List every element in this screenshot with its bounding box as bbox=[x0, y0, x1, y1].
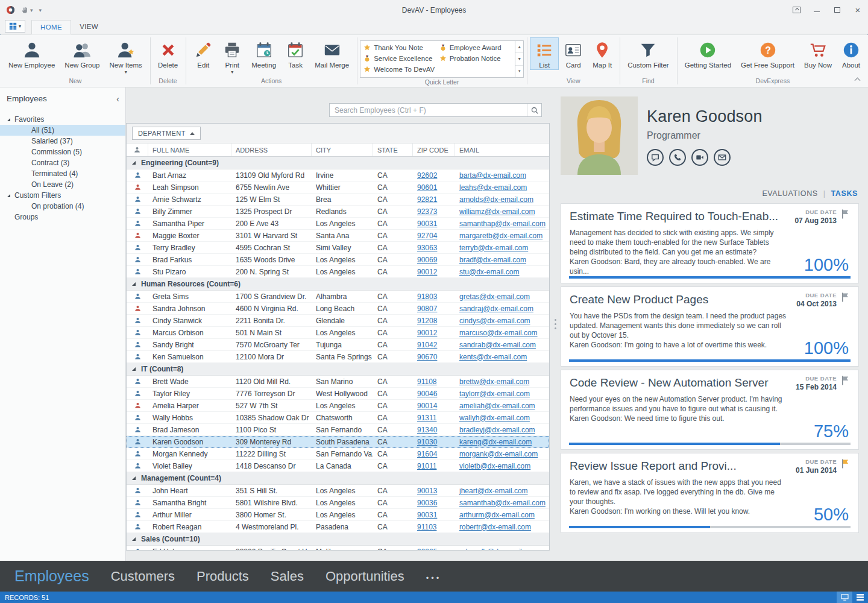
employee-row-samantha-bright[interactable]: Samantha Bright5801 Wilshire Blvd.Los An… bbox=[127, 497, 549, 509]
email-link[interactable]: brettw@dx-email.com bbox=[459, 377, 529, 386]
group-expander-icon[interactable] bbox=[132, 367, 136, 371]
group-expander-icon[interactable] bbox=[132, 161, 136, 165]
layout-toggle-icon[interactable] bbox=[852, 592, 868, 603]
sidebar-item-on-leave-2[interactable]: On Leave (2) bbox=[0, 179, 125, 190]
email-link[interactable]: margaretb@dx-email.com bbox=[459, 232, 542, 240]
email-link[interactable]: kents@dx-email.com bbox=[459, 353, 527, 361]
app-logo-icon[interactable] bbox=[6, 5, 15, 14]
email-link[interactable]: edwardh@dx-email.com bbox=[459, 548, 538, 551]
zip-code-link[interactable]: 91103 bbox=[417, 523, 436, 531]
gallery-scroll-down-icon[interactable]: ▼ bbox=[515, 53, 523, 65]
email-link[interactable]: bradf@dx-email.com bbox=[459, 256, 526, 264]
email-link[interactable]: gretas@dx-email.com bbox=[459, 292, 530, 301]
bottom-nav-employees[interactable]: Employees bbox=[14, 567, 89, 585]
grid-group-row-sales-count-10[interactable]: Sales (Count=10) bbox=[127, 533, 549, 546]
employee-row-sandra-johnson[interactable]: Sandra Johnson4600 N Virginia Rd.Long Be… bbox=[127, 303, 549, 315]
custom-filter-button[interactable]: Custom Filter bbox=[623, 37, 673, 70]
sidebar-collapse-icon[interactable]: ‹ bbox=[116, 94, 119, 103]
bottom-nav-products[interactable]: Products bbox=[197, 569, 249, 584]
close-button[interactable]: × bbox=[848, 0, 868, 20]
tree-expander-icon[interactable] bbox=[7, 118, 10, 121]
quick-letter-employee-award[interactable]: Employee Award bbox=[438, 42, 514, 53]
search-button[interactable] bbox=[527, 104, 541, 116]
column-header-email[interactable]: EMAIL bbox=[455, 144, 549, 156]
employee-row-terry-bradley[interactable]: Terry Bradley4595 Cochran StSimi ValleyC… bbox=[127, 242, 549, 254]
group-expander-icon[interactable] bbox=[132, 537, 136, 541]
new-employee-button[interactable]: New Employee bbox=[4, 37, 60, 70]
video-call-button[interactable] bbox=[691, 149, 708, 166]
maximize-button[interactable] bbox=[827, 0, 848, 20]
email-link[interactable]: terryb@dx-email.com bbox=[459, 244, 528, 252]
grid-group-row-it-count-8[interactable]: IT (Count=8) bbox=[127, 363, 549, 376]
employee-row-samantha-piper[interactable]: Samantha Piper200 E Ave 43Los AngelesCA9… bbox=[127, 218, 549, 230]
zip-code-link[interactable]: 92821 bbox=[417, 195, 437, 204]
tree-expander-icon[interactable] bbox=[7, 194, 10, 197]
zip-code-link[interactable]: 90031 bbox=[417, 219, 437, 228]
bottom-nav-overflow[interactable]: ••• bbox=[426, 570, 442, 582]
zip-code-link[interactable]: 90069 bbox=[417, 256, 437, 264]
sidebar-item-favorites[interactable]: Favorites bbox=[0, 114, 125, 125]
employee-row-cindy-stanwick[interactable]: Cindy Stanwick2211 Bonita Dr.GlendaleCA9… bbox=[127, 315, 549, 327]
gallery-scroll-up-icon[interactable]: ▲ bbox=[515, 41, 523, 53]
employee-row-ed-holmes[interactable]: Ed Holmes23200 Pacific Coast HwyMalibuCA… bbox=[127, 546, 549, 550]
zip-code-link[interactable]: 93063 bbox=[417, 244, 437, 252]
employee-row-karen-goodson[interactable]: Karen Goodson309 Monterey RdSouth Pasade… bbox=[127, 436, 549, 448]
flag-icon[interactable] bbox=[841, 209, 850, 219]
screen-size-toggle-icon[interactable] bbox=[837, 592, 852, 603]
quick-letter-welcome-to-devav[interactable]: Welcome To DevAV bbox=[362, 64, 438, 75]
buy-now-button[interactable]: Buy Now bbox=[799, 37, 837, 70]
icon-column-header[interactable] bbox=[127, 144, 148, 156]
group-expander-icon[interactable] bbox=[132, 476, 136, 480]
get-free-support-button[interactable]: ? Get Free Support bbox=[736, 37, 799, 70]
customize-quick-access-icon[interactable]: ▾ bbox=[39, 7, 42, 13]
delete-button[interactable]: Delete bbox=[153, 37, 183, 70]
gallery-dropdown-icon[interactable]: ▾ bbox=[515, 66, 523, 77]
call-button[interactable] bbox=[669, 149, 686, 166]
email-link[interactable]: wallyh@dx-email.com bbox=[459, 414, 530, 422]
email-link[interactable]: violetb@dx-email.com bbox=[459, 462, 530, 470]
bottom-nav-opportunities[interactable]: Opportunities bbox=[326, 569, 404, 584]
email-button[interactable] bbox=[714, 149, 731, 166]
zip-code-link[interactable]: 91803 bbox=[417, 292, 437, 301]
column-header-state[interactable]: STATE bbox=[373, 144, 413, 156]
minimize-button[interactable] bbox=[807, 0, 827, 20]
employee-row-wally-hobbs[interactable]: Wally Hobbs10385 Shadow Oak DrChatsworth… bbox=[127, 412, 549, 424]
zip-code-link[interactable]: 90807 bbox=[417, 305, 437, 313]
employee-row-brett-wade[interactable]: Brett Wade1120 Old Mill Rd.San MarinoCA9… bbox=[127, 376, 549, 388]
zip-code-link[interactable]: 90012 bbox=[417, 329, 437, 337]
tab-evaluations[interactable]: EVALUATIONS bbox=[762, 189, 817, 198]
zip-code-link[interactable]: 91042 bbox=[417, 341, 437, 349]
map-it-button[interactable]: Map It bbox=[588, 37, 617, 70]
email-link[interactable]: arnolds@dx-email.com bbox=[459, 195, 533, 204]
edit-button[interactable]: Edit bbox=[189, 37, 218, 70]
column-header-address[interactable]: ADDRESS bbox=[231, 144, 312, 156]
flag-icon[interactable] bbox=[841, 375, 850, 386]
email-link[interactable]: samanthap@dx-email.com bbox=[459, 219, 546, 228]
employee-row-bart-arnaz[interactable]: Bart Arnaz13109 Old Myford RdIrvineCA926… bbox=[127, 169, 549, 182]
sidebar-item-commission-5[interactable]: Commission (5) bbox=[0, 147, 125, 157]
employee-row-robert-reagan[interactable]: Robert Reagan4 Westmoreland Pl.PasadenaC… bbox=[127, 521, 549, 533]
zip-code-link[interactable]: 90013 bbox=[417, 487, 437, 495]
sidebar-item-terminated-4[interactable]: Terminated (4) bbox=[0, 168, 125, 179]
employee-row-maggie-boxter[interactable]: Maggie Boxter3101 W Harvard StSanta AnaC… bbox=[127, 230, 549, 242]
email-link[interactable]: ameliah@dx-email.com bbox=[459, 402, 535, 410]
employee-row-amelia-harper[interactable]: Amelia Harper527 W 7th StLos AngelesCA90… bbox=[127, 400, 549, 412]
chat-button[interactable] bbox=[647, 149, 664, 166]
email-link[interactable]: leahs@dx-email.com bbox=[459, 183, 527, 192]
tab-home[interactable]: HOME bbox=[31, 20, 71, 34]
employee-row-taylor-riley[interactable]: Taylor Riley7776 Torreyson DrWest Hollyw… bbox=[127, 388, 549, 400]
grid-group-row-management-count-4[interactable]: Management (Count=4) bbox=[127, 472, 549, 485]
ribbon-display-options-icon[interactable] bbox=[786, 0, 807, 20]
email-link[interactable]: arthurm@dx-email.com bbox=[459, 511, 535, 519]
sidebar-item-groups[interactable]: Groups bbox=[0, 212, 125, 223]
flag-icon[interactable] bbox=[841, 292, 850, 303]
search-input[interactable] bbox=[330, 104, 527, 116]
zip-code-link[interactable]: 92704 bbox=[417, 232, 437, 240]
email-link[interactable]: jheart@dx-email.com bbox=[459, 487, 528, 495]
employee-row-billy-zimmer[interactable]: Billy Zimmer1325 Prospect DrRedlandsCA92… bbox=[127, 206, 549, 218]
zip-code-link[interactable]: 91108 bbox=[417, 377, 436, 386]
app-menu-button[interactable]: ▾ bbox=[5, 20, 25, 33]
employee-row-arnie-schwartz[interactable]: Arnie Schwartz125 W Elm StBreaCA92821arn… bbox=[127, 194, 549, 206]
sidebar-item-all-51[interactable]: All (51) bbox=[0, 125, 125, 136]
zip-code-link[interactable]: 90012 bbox=[417, 268, 437, 276]
